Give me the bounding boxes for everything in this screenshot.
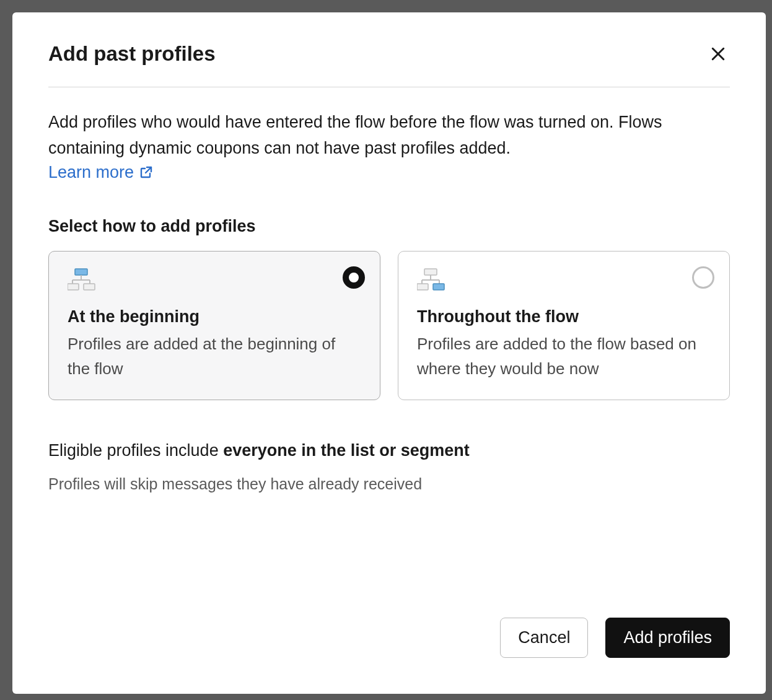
options-group: At the beginning Profiles are added at t… <box>48 251 730 401</box>
note-text: Profiles will skip messages they have al… <box>48 475 730 493</box>
option-description: Profiles are added to the flow based on … <box>417 331 711 382</box>
option-description: Profiles are added at the beginning of t… <box>68 331 361 382</box>
radio-selected-icon <box>343 266 365 289</box>
svg-rect-2 <box>75 269 87 275</box>
external-link-icon <box>139 165 154 180</box>
close-button[interactable] <box>706 42 730 66</box>
option-throughout-flow[interactable]: Throughout the flow Profiles are added t… <box>398 251 730 401</box>
eligible-prefix: Eligible profiles include <box>48 441 223 460</box>
option-at-beginning[interactable]: At the beginning Profiles are added at t… <box>48 251 380 401</box>
svg-rect-8 <box>84 284 95 290</box>
radio-unselected-icon <box>692 266 714 289</box>
learn-more-label: Learn more <box>48 163 134 182</box>
modal-title: Add past profiles <box>48 42 216 66</box>
add-profiles-button[interactable]: Add profiles <box>605 618 730 658</box>
svg-rect-7 <box>68 284 79 290</box>
svg-rect-14 <box>417 284 428 290</box>
modal-footer: Cancel Add profiles <box>12 584 766 694</box>
eligible-text: Eligible profiles include everyone in th… <box>48 441 730 460</box>
svg-rect-9 <box>424 269 437 275</box>
modal-header: Add past profiles <box>12 12 766 87</box>
option-title: At the beginning <box>68 307 361 326</box>
section-title: Select how to add profiles <box>48 217 730 236</box>
add-past-profiles-modal: Add past profiles Add profiles who would… <box>12 12 766 694</box>
eligible-bold: everyone in the list or segment <box>223 441 470 460</box>
svg-rect-15 <box>433 284 444 290</box>
option-title: Throughout the flow <box>417 307 711 326</box>
modal-description: Add profiles who would have entered the … <box>48 110 730 162</box>
modal-body: Add profiles who would have entered the … <box>12 87 766 584</box>
cancel-button[interactable]: Cancel <box>500 618 588 658</box>
flow-throughout-icon <box>417 268 711 297</box>
learn-more-link[interactable]: Learn more <box>48 163 154 182</box>
flow-beginning-icon <box>68 268 361 297</box>
close-icon <box>709 45 727 63</box>
